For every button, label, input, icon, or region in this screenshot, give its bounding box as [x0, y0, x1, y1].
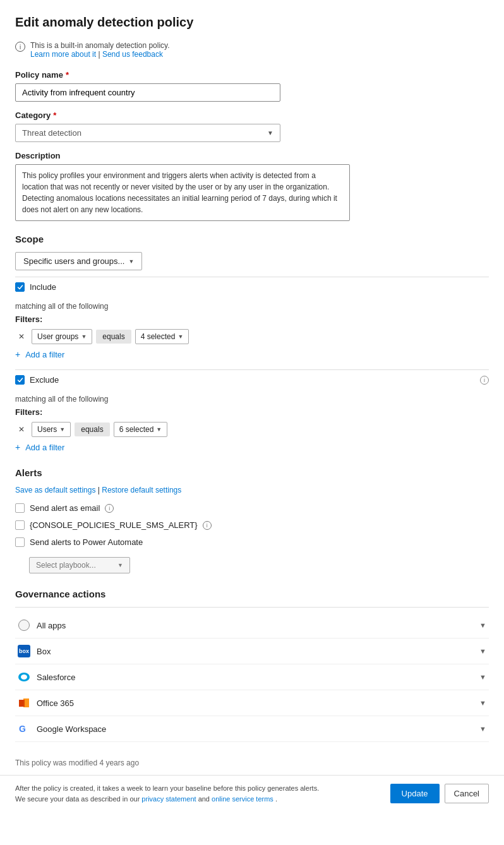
category-group: Category * Threat detection ▼ — [15, 111, 489, 142]
governance-google-workspace[interactable]: G Google Workspace ▼ — [15, 716, 489, 742]
governance-office365[interactable]: Office 365 ▼ — [15, 690, 489, 716]
box-chevron-icon: ▼ — [479, 647, 486, 655]
scope-chevron-icon: ▼ — [128, 258, 134, 265]
include-filter-remove-button[interactable]: ✕ — [15, 330, 28, 343]
exclude-value-chevron-icon: ▼ — [156, 426, 162, 433]
info-box: i This is a built-in anomaly detection p… — [15, 41, 489, 59]
salesforce-chevron-icon: ▼ — [479, 673, 486, 681]
sms-alert-row: {CONSOLE_POLICIES_RULE_SMS_ALERT} i — [15, 520, 489, 530]
category-label: Category * — [15, 111, 489, 120]
include-filter-field[interactable]: User groups ▼ — [32, 329, 92, 344]
include-add-filter-label: Add a filter — [25, 350, 64, 359]
exclude-filter-field[interactable]: Users ▼ — [32, 422, 71, 437]
exclude-filter-value[interactable]: 6 selected ▼ — [114, 422, 168, 437]
description-group: Description This policy profiles your en… — [15, 151, 489, 221]
update-button[interactable]: Update — [390, 784, 440, 803]
page-title: Edit anomaly detection policy — [15, 15, 489, 30]
policy-name-group: Policy name * — [15, 70, 489, 102]
exclude-field-chevron-icon: ▼ — [59, 426, 65, 433]
exclude-filter-row: ✕ Users ▼ equals 6 selected ▼ — [15, 422, 489, 437]
exclude-add-filter-plus-icon: + — [15, 442, 20, 452]
email-alert-label: Send alert as email — [30, 503, 100, 513]
exclude-info-icon: i — [480, 376, 489, 385]
salesforce-label: Salesforce — [37, 673, 75, 682]
sms-alert-checkbox[interactable] — [15, 520, 25, 530]
exclude-add-filter-label: Add a filter — [25, 443, 64, 452]
governance-box[interactable]: box Box ▼ — [15, 638, 489, 664]
include-filter-value[interactable]: 4 selected ▼ — [135, 329, 189, 344]
governance-section: Governance actions All apps ▼ box Box ▼ — [15, 589, 489, 742]
footer-modified-text: This policy was modified 4 years ago — [15, 753, 489, 767]
exclude-checkbox[interactable] — [15, 375, 25, 385]
power-automate-label: Send alerts to Power Automate — [30, 537, 143, 547]
policy-name-input[interactable] — [15, 83, 280, 102]
restore-default-link[interactable]: Restore default settings — [102, 486, 181, 494]
privacy-link[interactable]: privacy statement — [141, 795, 196, 803]
salesforce-icon — [18, 671, 30, 683]
category-dropdown[interactable]: Threat detection ▼ — [15, 124, 280, 142]
cancel-button[interactable]: Cancel — [445, 784, 489, 803]
power-automate-checkbox[interactable] — [15, 537, 25, 547]
include-value-chevron-icon: ▼ — [177, 333, 183, 340]
alerts-section: Alerts Save as default settings | Restor… — [15, 467, 489, 573]
policy-name-label: Policy name * — [15, 70, 489, 80]
exclude-row: Exclude i — [15, 369, 489, 390]
office365-chevron-icon: ▼ — [479, 699, 486, 707]
office365-label: Office 365 — [37, 698, 74, 708]
include-label: Include — [30, 282, 56, 292]
email-alert-checkbox[interactable] — [15, 503, 25, 513]
governance-title: Governance actions — [15, 589, 489, 599]
google-workspace-label: Google Workspace — [37, 724, 106, 734]
exclude-add-filter-button[interactable]: + Add a filter — [15, 442, 489, 452]
governance-divider — [15, 607, 489, 608]
exclude-filter-remove-button[interactable]: ✕ — [15, 423, 28, 436]
include-checkbox[interactable] — [15, 282, 25, 292]
svg-rect-4 — [19, 700, 25, 707]
exclude-label: Exclude — [30, 375, 59, 385]
power-automate-row: Send alerts to Power Automate — [15, 537, 489, 547]
alerts-links: Save as default settings | Restore defau… — [15, 486, 489, 494]
include-add-filter-button[interactable]: + Add a filter — [15, 349, 489, 359]
scope-dropdown[interactable]: Specific users and groups... ▼ — [15, 252, 142, 270]
save-default-link[interactable]: Save as default settings — [15, 486, 95, 494]
sms-alert-label: {CONSOLE_POLICIES_RULE_SMS_ALERT} — [30, 520, 198, 530]
all-apps-icon — [18, 619, 30, 632]
footer-bar: After the policy is created, it takes a … — [0, 775, 504, 812]
governance-salesforce[interactable]: Salesforce ▼ — [15, 664, 489, 690]
include-filter-row: ✕ User groups ▼ equals 4 selected ▼ — [15, 329, 489, 344]
description-text: This policy profiles your environment an… — [15, 164, 350, 221]
terms-link[interactable]: online service terms — [212, 795, 273, 803]
info-text: This is a built-in anomaly detection pol… — [30, 41, 170, 59]
playbook-dropdown[interactable]: Select playbook... ▼ — [29, 557, 130, 573]
email-alert-row: Send alert as email i — [15, 503, 489, 513]
exclude-matching-label: matching all of the following — [15, 395, 489, 404]
scope-title: Scope — [15, 234, 489, 244]
include-matching-label: matching all of the following — [15, 302, 489, 311]
alerts-title: Alerts — [15, 467, 489, 478]
all-apps-chevron-icon: ▼ — [479, 621, 486, 629]
svg-text:G: G — [19, 724, 26, 734]
include-filters-label: Filters: — [15, 315, 489, 324]
playbook-chevron-icon: ▼ — [117, 562, 123, 568]
sms-alert-info-icon: i — [203, 521, 212, 530]
include-filter-operator: equals — [96, 330, 131, 344]
send-feedback-link[interactable]: Send us feedback — [102, 50, 163, 59]
include-add-filter-plus-icon: + — [15, 349, 20, 359]
category-chevron-icon: ▼ — [267, 129, 273, 136]
include-field-chevron-icon: ▼ — [81, 333, 87, 340]
box-label: Box — [37, 647, 51, 656]
exclude-filter-operator: equals — [75, 422, 109, 436]
learn-more-link[interactable]: Learn more about it — [30, 50, 96, 59]
info-icon: i — [15, 42, 25, 52]
email-alert-info-icon: i — [105, 504, 114, 513]
footer-buttons: Update Cancel — [390, 784, 489, 803]
footer-text: After the policy is created, it takes a … — [15, 783, 319, 804]
all-apps-label: All apps — [37, 621, 66, 630]
google-workspace-icon: G — [18, 722, 30, 735]
box-icon: box — [18, 645, 30, 657]
google-workspace-chevron-icon: ▼ — [479, 725, 486, 733]
governance-all-apps[interactable]: All apps ▼ — [15, 613, 489, 638]
include-row: Include — [15, 277, 489, 297]
description-label: Description — [15, 151, 489, 160]
exclude-filters-label: Filters: — [15, 407, 489, 417]
